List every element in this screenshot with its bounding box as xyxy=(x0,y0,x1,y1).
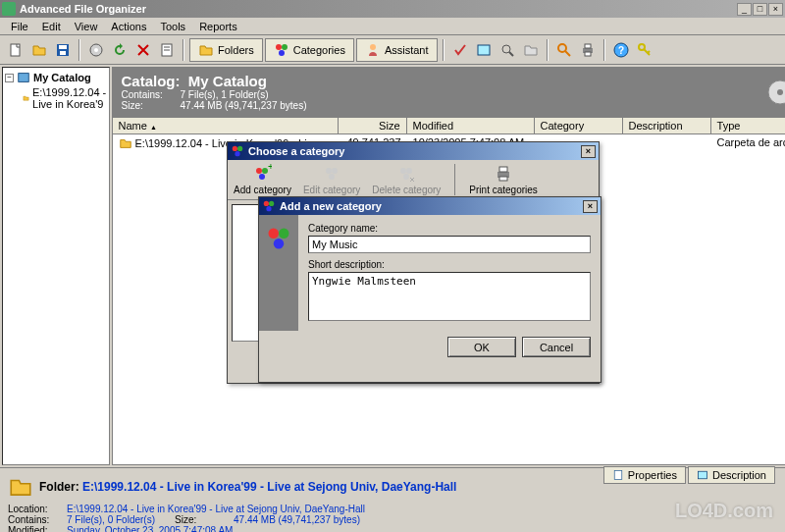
scan-button[interactable] xyxy=(85,39,107,61)
tab-description[interactable]: Description xyxy=(688,466,775,484)
col-size[interactable]: Size xyxy=(339,118,407,133)
dialog-titlebar[interactable]: Add a new category × xyxy=(259,197,601,215)
svg-point-16 xyxy=(558,44,566,52)
tab-assistant-label: Assistant xyxy=(385,44,429,56)
menu-file[interactable]: File xyxy=(4,19,35,34)
svg-rect-20 xyxy=(585,52,591,56)
cancel-button[interactable]: Cancel xyxy=(522,337,591,357)
check-button[interactable] xyxy=(449,39,471,61)
svg-line-25 xyxy=(648,51,650,53)
key-button[interactable] xyxy=(634,39,655,61)
dialog-titlebar[interactable]: Choose a category × xyxy=(228,142,599,160)
svg-point-31 xyxy=(233,146,237,151)
catalog-icon xyxy=(17,71,30,84)
svg-point-41 xyxy=(400,168,406,174)
menu-actions[interactable]: Actions xyxy=(104,19,153,34)
svg-point-40 xyxy=(329,174,335,180)
delete-button[interactable] xyxy=(132,39,154,61)
menu-tools[interactable]: Tools xyxy=(153,19,192,34)
location-label: Location: xyxy=(8,504,67,514)
svg-point-51 xyxy=(279,229,289,239)
col-description[interactable]: Description xyxy=(623,118,711,133)
col-type[interactable]: Type xyxy=(711,118,785,133)
main-toolbar: Folders Categories Assistant ? xyxy=(0,35,785,65)
tree-child-label: E:\1999.12.04 - Live in Korea'9 xyxy=(32,86,107,110)
dialog-sidebar xyxy=(259,215,298,331)
tab-assistant[interactable]: Assistant xyxy=(356,38,438,62)
tab-properties-label: Properties xyxy=(628,469,677,481)
col-modified[interactable]: Modified xyxy=(407,118,535,133)
short-description-input[interactable]: Yngwie Malmsteen xyxy=(308,272,591,321)
svg-rect-2 xyxy=(59,45,67,49)
sizeinline-value: 47.44 MB (49,741,237 bytes) xyxy=(234,514,360,525)
edit-button[interactable] xyxy=(473,39,495,61)
short-description-label: Short description: xyxy=(308,259,591,270)
tab-description-label: Description xyxy=(712,469,766,481)
dialog-close-button[interactable]: × xyxy=(583,200,598,213)
open-button[interactable] xyxy=(28,39,50,61)
svg-point-52 xyxy=(274,239,285,249)
svg-rect-46 xyxy=(499,177,507,181)
details-panel: Properties Description Folder: E:\1999.1… xyxy=(0,467,785,532)
add-category-label: Add category xyxy=(234,185,291,195)
svg-rect-29 xyxy=(614,471,622,480)
dialog-toolbar: +Add category Edit category Delete categ… xyxy=(228,160,599,200)
dialog-form: Category name: Short description: Yngwie… xyxy=(298,215,601,331)
col-category[interactable]: Category xyxy=(535,118,623,133)
svg-point-33 xyxy=(235,151,239,156)
row-description xyxy=(623,135,711,151)
dialog-close-button[interactable]: × xyxy=(581,145,596,158)
tree-expander-icon[interactable]: − xyxy=(5,74,14,82)
ok-button[interactable]: OK xyxy=(447,337,516,357)
category-name-input[interactable] xyxy=(308,236,591,253)
menu-edit[interactable]: Edit xyxy=(35,19,68,34)
folder-icon xyxy=(8,474,33,500)
minimize-button[interactable]: _ xyxy=(737,3,752,16)
tab-properties[interactable]: Properties xyxy=(603,466,686,484)
contains-label: Contains: xyxy=(8,514,67,525)
new-button[interactable] xyxy=(5,39,26,61)
print-button[interactable] xyxy=(577,39,599,61)
modified-label: Modified: xyxy=(8,525,67,532)
add-category-button[interactable]: +Add category xyxy=(234,164,291,195)
menubar: File Edit View Actions Tools Reports xyxy=(0,18,785,35)
window-title: Advanced File Organizer xyxy=(20,3,736,15)
menu-view[interactable]: View xyxy=(68,19,105,34)
zoom-button[interactable] xyxy=(497,39,518,61)
dialog-title: Add a new category xyxy=(280,200,583,212)
folder-tree[interactable]: − My Catalog E:\1999.12.04 - Live in Kor… xyxy=(2,67,110,465)
folder-label: Folder: xyxy=(39,480,79,494)
toolbar-separator xyxy=(603,39,605,61)
search-button[interactable] xyxy=(553,39,575,61)
tree-child[interactable]: E:\1999.12.04 - Live in Korea'9 xyxy=(5,85,107,111)
svg-point-43 xyxy=(403,174,409,180)
category-name-label: Category name: xyxy=(308,223,591,234)
save-button[interactable] xyxy=(52,39,74,61)
toolbar-separator xyxy=(183,39,184,61)
tree-root[interactable]: − My Catalog xyxy=(5,70,107,85)
svg-text:?: ? xyxy=(617,45,623,56)
maximize-button[interactable]: □ xyxy=(753,3,767,16)
catalog-header: Catalog: My Catalog Contains: 7 File(s),… xyxy=(112,67,785,117)
menu-reports[interactable]: Reports xyxy=(192,19,244,34)
tab-categories[interactable]: Categories xyxy=(265,38,354,62)
category-icon xyxy=(231,144,244,158)
refresh-button[interactable] xyxy=(109,39,131,61)
catalog-size-value: 47.44 MB (49,741,237 bytes) xyxy=(181,100,307,111)
tab-folders[interactable]: Folders xyxy=(189,38,263,62)
print-categories-button[interactable]: Print categories xyxy=(469,164,537,195)
catalog-title-value: My Catalog xyxy=(188,73,267,89)
modified-value: Sunday, October 23, 2005 7:47:08 AM xyxy=(67,525,233,532)
close-button[interactable]: × xyxy=(768,3,783,16)
help-button[interactable]: ? xyxy=(610,39,632,61)
folder-button[interactable] xyxy=(520,39,542,61)
svg-rect-0 xyxy=(11,44,20,56)
svg-line-15 xyxy=(509,52,513,56)
properties-button[interactable] xyxy=(156,39,178,61)
folder-path: E:\1999.12.04 - Live in Korea'99 - Live … xyxy=(82,480,456,494)
svg-point-32 xyxy=(237,146,242,151)
col-name[interactable]: Name ▲ xyxy=(113,118,339,133)
row-type: Carpeta de archi xyxy=(711,135,785,151)
folder-icon xyxy=(119,136,132,150)
properties-icon xyxy=(612,469,624,481)
